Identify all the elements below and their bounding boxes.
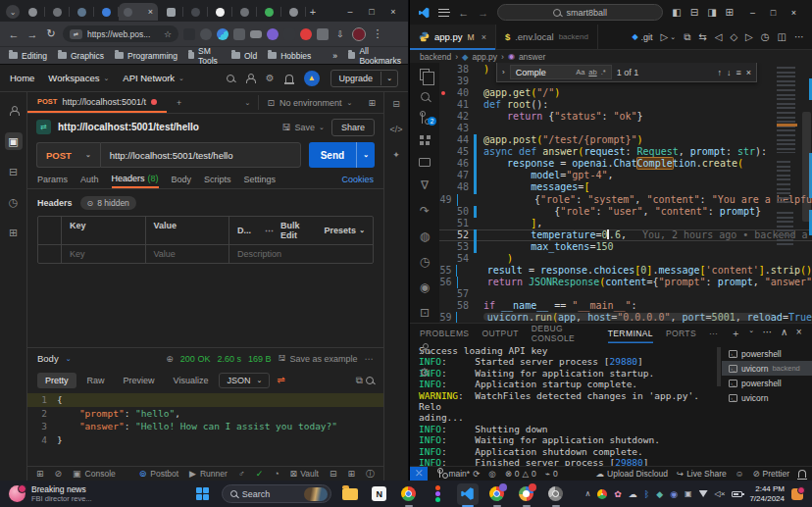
settings-gear-icon[interactable]: ⚙ (266, 73, 275, 83)
trash-icon[interactable]: ⊟ (330, 469, 337, 479)
value-placeholder[interactable]: Value (146, 245, 230, 263)
gitlens-icon[interactable]: ◎ (488, 469, 495, 479)
more-actions-icon[interactable]: ⋯ (794, 31, 804, 42)
close-button[interactable]: × (382, 7, 404, 17)
browser-tab[interactable] (45, 3, 69, 21)
chat-icon[interactable]: ⊡ (416, 306, 433, 320)
bookmarks-overflow-icon[interactable]: » (332, 51, 337, 61)
request-tab[interactable]: POST http://localhost:5001/t (27, 92, 167, 113)
breadcrumb-file[interactable]: app.py (473, 52, 498, 62)
previous-match-icon[interactable]: ↑ (717, 68, 722, 77)
next-change-icon[interactable]: ▷ (745, 31, 753, 42)
share-button[interactable]: Share (331, 119, 375, 136)
tray-expand-icon[interactable]: ∧ (584, 489, 590, 498)
browser-tab[interactable] (281, 3, 305, 21)
testing-flask-icon[interactable]: ∇ (416, 178, 433, 192)
environment-quick-look-icon[interactable]: ⊞ (360, 98, 383, 108)
source-control-icon[interactable]: 2 (416, 113, 433, 124)
go-back-icon[interactable]: ← (458, 7, 469, 19)
chrome-icon[interactable] (398, 483, 420, 505)
console-button[interactable]: ▣Console (73, 469, 116, 479)
battery-icon[interactable] (732, 491, 742, 497)
tab-debug-console[interactable]: DEBUG CONSOLE (532, 324, 595, 343)
chrome-profile2-icon[interactable] (486, 483, 508, 505)
tab-settings[interactable]: Settings (244, 170, 277, 188)
breadcrumb-symbol[interactable]: answer (519, 52, 545, 62)
bookmark-folder[interactable]: Programming (115, 51, 178, 61)
taskbar-search[interactable]: Search (222, 484, 331, 503)
all-bookmarks[interactable]: All Bookmarks (348, 46, 403, 66)
record-icon[interactable]: ◉ (416, 280, 433, 294)
onedrive-icon[interactable]: ☁ (629, 489, 637, 499)
bulk-edit-link[interactable]: Bulk Edit (280, 221, 318, 240)
tray-photos-icon[interactable]: ✿ (614, 489, 622, 499)
news-widget[interactable]: Breaking newsFBI director reve... (9, 484, 174, 503)
split-editor-icon[interactable]: ◫ (778, 31, 787, 42)
terminal-item[interactable]: ›_powershell (722, 376, 812, 390)
browser-tab[interactable] (257, 3, 280, 21)
git-indicator[interactable]: ◆.git (632, 32, 652, 42)
save-as-example-button[interactable]: 🖫Save as example (278, 354, 357, 364)
cookies-icon[interactable]: ◔ (274, 469, 279, 479)
two-pane-icon[interactable]: ⊞ (347, 469, 355, 479)
bluetooth-icon[interactable]: ᛒ (644, 489, 649, 499)
start-button[interactable] (192, 483, 214, 505)
invite-icon[interactable] (245, 74, 255, 83)
close-tab-icon[interactable]: × (482, 32, 486, 42)
more-options-icon[interactable]: ⋯ (265, 226, 274, 235)
save-button[interactable]: 🖫Save⌄ (282, 123, 325, 132)
extension-icon[interactable] (250, 30, 262, 38)
terminal-item-active[interactable]: ›_uvicornbackend (722, 361, 812, 376)
nav-api-network[interactable]: API Network⌄ (123, 73, 184, 83)
extension-icon[interactable] (217, 28, 228, 40)
tab-output[interactable]: OUTPUT (482, 324, 518, 343)
new-request-tab-button[interactable]: + (167, 98, 191, 108)
explorer-icon[interactable] (416, 69, 433, 80)
bookmark-folder[interactable]: Hobbies (268, 51, 311, 61)
command-center-search[interactable]: smart8ball (497, 4, 663, 21)
tab-preview[interactable]: Preview (116, 373, 163, 388)
runner-button[interactable]: ▶Runner (189, 469, 228, 479)
tray-window-icon[interactable]: ▣ (685, 489, 692, 498)
extension-icon[interactable] (200, 28, 212, 40)
live-share-button[interactable]: ↪Live Share (677, 469, 727, 479)
search-response-icon[interactable] (366, 377, 374, 384)
tab-headers[interactable]: Headers(8) (112, 170, 159, 188)
format-selector[interactable]: JSON⌄ (219, 373, 270, 388)
whole-word-icon[interactable]: ab (588, 68, 596, 76)
discord-icon[interactable]: ◉ (670, 489, 678, 499)
find-input[interactable]: Comple Aa ab .* (510, 65, 612, 79)
wifi-icon[interactable] (699, 490, 708, 497)
change-diamond-icon[interactable]: ◇ (730, 31, 737, 42)
extensions-icon[interactable] (416, 135, 433, 146)
user-avatar[interactable]: ▲ (304, 71, 320, 86)
notion-icon[interactable]: N (369, 483, 390, 505)
minimize-button[interactable]: – (742, 8, 763, 18)
terminal-profile-dropdown-icon[interactable]: ⌄ (748, 327, 754, 340)
profile-avatar[interactable] (352, 27, 366, 41)
file-explorer-icon[interactable] (339, 483, 361, 505)
open-changes-icon[interactable]: ⧉ (684, 31, 690, 43)
panel-more-actions-icon[interactable]: ⋯ (763, 327, 773, 340)
browser-tab[interactable] (70, 3, 93, 21)
chrome-profile3-icon[interactable] (545, 483, 567, 505)
wrap-lines-icon[interactable]: ⇌ (277, 375, 284, 385)
browser-menu-icon[interactable]: ⋮ (371, 27, 384, 40)
tab-body[interactable]: Body (172, 170, 192, 188)
bookmark-folder[interactable]: Editing (9, 51, 47, 61)
bookmark-folder[interactable]: Old (231, 51, 257, 61)
timeline-icon[interactable]: ◷ (416, 255, 433, 269)
new-terminal-icon[interactable]: ＋ (731, 327, 740, 340)
search-icon[interactable] (416, 92, 433, 101)
git-branch-status[interactable]: main*⟳ (436, 469, 480, 479)
compare-icon[interactable]: ⇆ (698, 31, 706, 42)
method-selector[interactable]: POST⌄ (36, 142, 100, 168)
prettier-status[interactable]: ⊘Prettier (752, 469, 789, 479)
tab-terminal[interactable]: TERMINAL (608, 324, 653, 343)
new-tab-button[interactable]: + (306, 5, 320, 19)
postbot-sparkle-icon[interactable]: ✦ (392, 150, 400, 160)
overview-ruler[interactable] (799, 63, 812, 323)
downloads-icon[interactable]: ⇩ (333, 29, 347, 39)
errors-warnings[interactable]: ⊗0△0 (505, 469, 536, 479)
tab-options-icon[interactable]: ⌄ (237, 99, 259, 107)
